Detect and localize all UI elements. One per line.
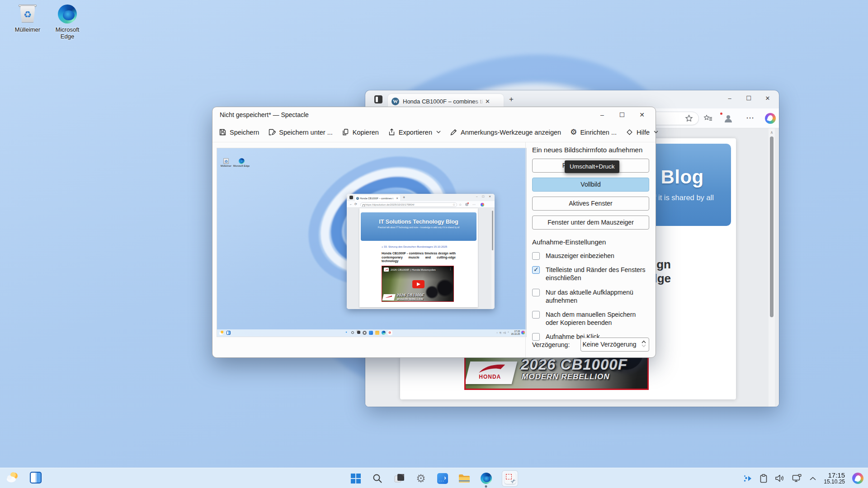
mini-page-content: IT Solutions Technology Blog Practical t… [347, 208, 495, 309]
mini-tab-close-icon: ✕ [396, 197, 398, 200]
edge-icon [57, 4, 77, 24]
mini-tab-actions-icon [349, 196, 353, 199]
checkbox-include-titlebar[interactable]: Titelleiste und Ränder des Fensters eins… [532, 266, 649, 282]
tray-dots-arrow-icon[interactable] [743, 474, 752, 483]
pencil-icon [450, 128, 458, 136]
copy-button[interactable]: Kopieren [342, 128, 379, 136]
delay-label: Verzögerung: [532, 341, 570, 348]
scroll-up-icon[interactable]: ∧ [769, 130, 775, 135]
export-icon [388, 128, 396, 136]
mini-widgets-icon [226, 331, 231, 335]
mini-favorite-star-icon: ☆ [453, 203, 455, 206]
copilot-taskbar-icon[interactable] [852, 473, 863, 484]
start-button[interactable] [350, 473, 362, 484]
spin-up-icon[interactable] [641, 340, 646, 344]
page-scrollbar[interactable]: ∧ [769, 128, 775, 407]
checkbox-include-pointer[interactable]: Mauszeiger einbeziehen [532, 252, 649, 260]
wordpress-favicon: W [392, 98, 399, 105]
file-explorer-button[interactable] [458, 473, 470, 484]
settings-button[interactable]: ⚙ [415, 473, 427, 484]
checkbox-checked-icon[interactable] [532, 266, 540, 274]
help-icon [626, 128, 633, 136]
tray-expand-chevron-icon[interactable] [809, 476, 816, 481]
checkbox-quit-after-save[interactable]: Nach dem manuellen Speichern oder Kopier… [532, 310, 649, 327]
minimize-button[interactable]: – [720, 92, 739, 105]
configure-button[interactable]: ⚙ Einrichten ... [570, 128, 617, 136]
mini-blog-title: IT Solutions Technology Blog [361, 219, 476, 225]
tab-close-icon[interactable]: ✕ [485, 98, 490, 105]
volume-icon[interactable] [775, 474, 785, 483]
checkbox-icon[interactable] [532, 311, 540, 319]
checkbox-icon[interactable] [532, 252, 540, 260]
checkbox-popup-only[interactable]: Nur das aktuelle Aufklappmenü aufnehmen [532, 288, 649, 305]
annotate-button[interactable]: Anmerkungs-Werkzeuge anzeigen [450, 128, 561, 136]
delay-spinbox[interactable]: Keine Verzögerung [580, 338, 649, 352]
mini-page-scrollbar [491, 209, 494, 308]
edge-taskbar-button[interactable] [480, 473, 492, 484]
maximize-button[interactable]: ☐ [739, 92, 758, 105]
scrollbar-thumb[interactable] [770, 136, 774, 317]
capture-window-under-cursor-button[interactable]: Fenster unter dem Mauszeiger [532, 216, 649, 230]
new-tab-button[interactable]: + [509, 96, 514, 103]
clipboard-icon[interactable] [760, 474, 768, 483]
spectacle-taskbar-button[interactable] [502, 470, 518, 487]
mini-browser-window: W Honda CB1000F – combines t ✕ + – ☐ ✕ ←… [347, 194, 495, 309]
checkbox-icon[interactable] [532, 289, 540, 296]
banner-tagline: MODERN REBELLION [522, 372, 610, 381]
mini-wordpress-favicon: W [356, 197, 359, 200]
mini-start-icon [346, 332, 348, 334]
export-button[interactable]: Exportieren [388, 128, 441, 136]
tab-title: Honda CB1000F – combines ti [403, 98, 484, 105]
more-menu-icon[interactable]: ⋯ [746, 113, 754, 123]
store-icon [437, 473, 448, 484]
mini-video-title: 2026 CB1000F | Honda Motorcycles [391, 268, 436, 271]
taskbar-clock[interactable]: 17:15 15.10.25 [824, 472, 845, 485]
mini-address-bar: https://dpsolution.de/2025/10/15/175804/ [360, 202, 457, 207]
mini-honda-badge [382, 294, 395, 300]
mini-recycle-bin-icon: ♻ [223, 158, 229, 164]
desktop-icon-trash[interactable]: ♻ Mülleimer [10, 4, 45, 33]
mini-desktop-icon-edge: Microsoft Edge [231, 158, 251, 167]
search-icon [373, 474, 382, 483]
close-button[interactable]: ✕ [632, 107, 652, 122]
task-view-button[interactable] [393, 473, 405, 484]
spin-down-icon[interactable] [641, 344, 646, 348]
help-button[interactable]: Hilfe [626, 128, 658, 136]
mini-tray-icons: ⁘ ⎗ ◁) ⌃ [496, 331, 509, 334]
banner-model: 2026 CB1000F [521, 356, 627, 373]
tab-actions-icon[interactable] [374, 95, 382, 103]
running-indicator [485, 485, 487, 488]
save-as-button[interactable]: Speichern unter ... [268, 128, 333, 136]
save-icon [219, 128, 226, 136]
screenshot-preview[interactable]: ♻ Mülleimer Microsoft Edge W Honda CB100… [217, 148, 526, 337]
favorites-bar-icon[interactable] [703, 114, 712, 123]
store-button[interactable] [437, 473, 448, 484]
mini-back-icon: ← [349, 202, 353, 206]
copy-icon [342, 128, 349, 136]
capture-fullscreen-button[interactable]: Vollbild [532, 178, 649, 192]
save-button[interactable]: Speichern [219, 128, 259, 136]
desktop-icon-edge[interactable]: Microsoft Edge [50, 4, 85, 40]
mini-video-menu-icon: ⋮ [449, 267, 452, 271]
favorite-star-icon[interactable] [685, 114, 693, 122]
network-display-icon[interactable] [792, 474, 802, 483]
mini-youtube-play-button [412, 280, 425, 288]
gear-icon: ⚙ [570, 128, 577, 136]
mini-blog-subtitle: Practical talk about IT Technology and m… [361, 226, 476, 229]
minimize-button[interactable]: – [592, 107, 612, 122]
mini-browser-tab: W Honda CB1000F – combines t ✕ [355, 195, 400, 201]
maximize-button[interactable]: ☐ [612, 107, 632, 122]
search-button[interactable] [372, 473, 383, 484]
mini-taskbar: ⁘ ⎗ ◁) ⌃ 17:1515.10.25 [217, 329, 526, 337]
widgets-icon[interactable] [30, 472, 42, 483]
edge-icon [481, 473, 492, 484]
copilot-icon[interactable] [765, 113, 776, 124]
capture-panel: Ein neues Bildschirmfoto aufnehmen Recht… [525, 142, 656, 357]
mini-copilot-icon [481, 203, 484, 206]
mini-store-icon [369, 331, 373, 335]
spectacle-titlebar[interactable]: Nicht gespeichert* — Spectacle – ☐ ✕ [212, 107, 656, 122]
weather-icon[interactable] [5, 471, 20, 484]
close-button[interactable]: ✕ [758, 92, 777, 105]
spectacle-toolbar: Speichern Speichern unter ... Kopieren E… [212, 122, 656, 142]
capture-active-window-button[interactable]: Aktives Fenster [532, 197, 649, 211]
